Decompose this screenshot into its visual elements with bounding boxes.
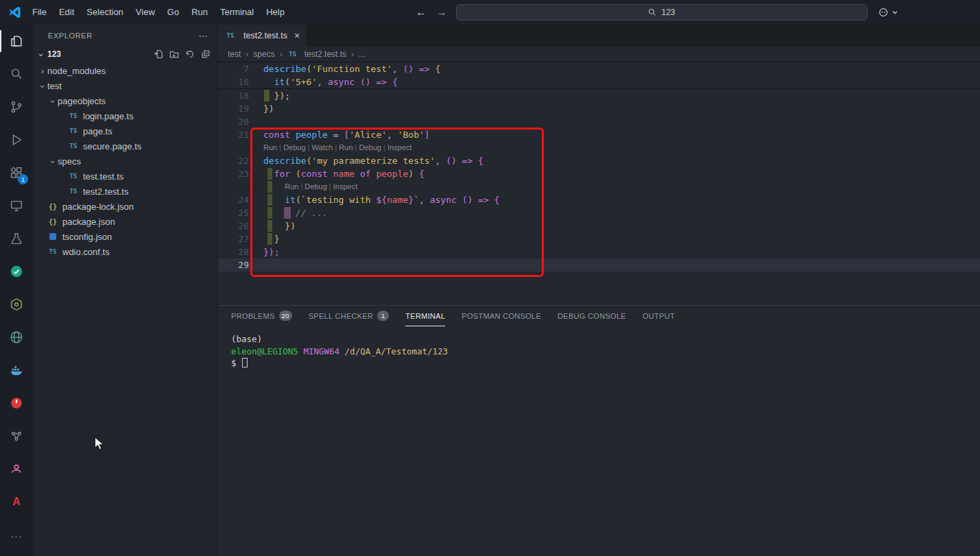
code-line[interactable]: 7describe('Function test', () => {: [218, 62, 980, 75]
menu-file[interactable]: File: [26, 0, 53, 25]
activity-angular-extension[interactable]: A: [0, 485, 33, 518]
tree-item-tsconfig-json[interactable]: tsconfig.json: [33, 229, 217, 244]
tree-item-secure-page-ts[interactable]: TSsecure.page.ts: [33, 138, 217, 154]
close-icon[interactable]: ×: [294, 30, 300, 41]
codelens-row[interactable]: Run | Debug | Inspect: [218, 180, 980, 193]
line-number[interactable]: 29: [218, 258, 263, 271]
codelens-row[interactable]: Run | Debug | Watch | Run | Debug | Insp…: [218, 141, 980, 154]
project-root-row[interactable]: › 123: [33, 47, 217, 62]
activity-molecule-extension[interactable]: [0, 420, 33, 452]
code-line[interactable]: 28});: [218, 245, 980, 258]
line-number[interactable]: 24: [218, 193, 263, 206]
new-folder-icon[interactable]: [169, 49, 179, 59]
code-line[interactable]: 27 }: [218, 232, 980, 245]
activity-extensions[interactable]: 1: [0, 156, 33, 189]
tree-item-login-page-ts[interactable]: TSlogin.page.ts: [33, 108, 217, 123]
breadcrumb-item--[interactable]: ...: [359, 49, 366, 59]
code-line[interactable]: 18 });: [218, 89, 980, 102]
code-line[interactable]: 23 for (const name of people) {: [218, 167, 980, 180]
line-number[interactable]: 25: [218, 206, 263, 219]
codelens-action-debug[interactable]: Debug: [283, 141, 305, 154]
code-line[interactable]: 16 it('5+6', async () => {: [218, 75, 980, 88]
tree-item-test-test-ts[interactable]: TStest.test.ts: [33, 169, 217, 184]
menu-run[interactable]: Run: [185, 0, 214, 25]
tree-item-package-json[interactable]: {}package.json: [33, 214, 217, 229]
line-number[interactable]: 19: [218, 102, 263, 115]
line-number[interactable]: 23: [218, 167, 263, 180]
panel-tab-output[interactable]: OUTPUT: [643, 306, 675, 326]
codelens-action-inspect[interactable]: Inspect: [333, 180, 357, 193]
menu-selection[interactable]: Selection: [80, 0, 129, 25]
panel-tab-problems[interactable]: PROBLEMS20: [231, 306, 292, 326]
command-center-search[interactable]: 123: [456, 4, 868, 21]
terminal-view[interactable]: (base)eleon@LEGION5 MINGW64 /d/QA_A/Test…: [218, 326, 980, 370]
line-number[interactable]: 20: [218, 115, 263, 128]
breadcrumb-item-test[interactable]: test: [228, 49, 241, 59]
activity-run-debug[interactable]: [0, 123, 33, 156]
editor-tab-test2-test-ts[interactable]: TS test2.test.ts ×: [218, 25, 307, 47]
code-line[interactable]: 21const people = ['Alice', 'Bob']: [218, 128, 980, 141]
activity-hexagon-extension[interactable]: [0, 288, 33, 321]
code-line[interactable]: 19}): [218, 102, 980, 115]
activity-more[interactable]: ···: [0, 518, 33, 551]
panel-tab-debug-console[interactable]: DEBUG CONSOLE: [558, 306, 626, 326]
activity-browser-extension[interactable]: [0, 321, 33, 354]
tree-item-test2-test-ts[interactable]: TStest2.test.ts: [33, 184, 217, 199]
line-number[interactable]: [218, 141, 263, 154]
codelens-action-run[interactable]: Run: [339, 141, 352, 154]
activity-explorer[interactable]: [0, 25, 33, 58]
tree-item-pageobjects[interactable]: ›pageobjects: [33, 93, 217, 108]
menu-go[interactable]: Go: [161, 0, 185, 25]
menu-edit[interactable]: Edit: [53, 0, 80, 25]
refresh-icon[interactable]: [185, 49, 195, 59]
line-number[interactable]: 26: [218, 219, 263, 232]
new-file-icon[interactable]: [154, 49, 163, 59]
breadcrumb-item-test2-test-ts[interactable]: TStest2.test.ts: [287, 49, 346, 59]
back-arrow-icon[interactable]: ←: [416, 6, 427, 19]
activity-red-extension[interactable]: [0, 387, 33, 420]
panel-tab-terminal[interactable]: TERMINAL: [405, 306, 445, 326]
tree-item-wdio-conf-ts[interactable]: TSwdio.conf.ts: [33, 244, 217, 259]
tree-item-test[interactable]: ›test: [33, 78, 217, 93]
activity-source-control[interactable]: [0, 90, 33, 123]
sidebar-more-icon[interactable]: ⋯: [198, 31, 208, 41]
codelens-action-run[interactable]: Run: [285, 180, 298, 193]
codelens-action-debug[interactable]: Debug: [304, 180, 326, 193]
line-number[interactable]: 27: [218, 232, 263, 245]
assistant-icon[interactable]: [878, 5, 898, 20]
tree-item-package-lock-json[interactable]: {}package-lock.json: [33, 199, 217, 214]
activity-pink-extension[interactable]: [0, 452, 33, 485]
codelens-action-watch[interactable]: Watch: [312, 141, 333, 154]
line-number[interactable]: 18: [218, 89, 263, 102]
menu-help[interactable]: Help: [260, 0, 291, 25]
line-number[interactable]: 21: [218, 128, 263, 141]
codelens-action-run[interactable]: Run: [263, 141, 277, 154]
tree-item-page-ts[interactable]: TSpage.ts: [33, 123, 217, 138]
code-line[interactable]: 24 it(`testing with ${name}`, async () =…: [218, 193, 980, 206]
line-number[interactable]: [218, 180, 263, 193]
line-number[interactable]: 28: [218, 245, 263, 258]
code-line[interactable]: 29: [218, 258, 980, 271]
line-number[interactable]: 22: [218, 154, 263, 167]
panel-tab-spell-checker[interactable]: SPELL CHECKER1: [309, 306, 390, 326]
tree-item-node-modules[interactable]: ›node_modules: [33, 63, 217, 78]
menu-view[interactable]: View: [130, 0, 161, 25]
collapse-all-icon[interactable]: [201, 49, 211, 59]
activity-testing[interactable]: [0, 222, 33, 255]
code-line[interactable]: 26 }): [218, 219, 980, 232]
line-number[interactable]: 16: [218, 75, 263, 88]
forward-arrow-icon[interactable]: →: [436, 6, 447, 19]
codelens-action-debug[interactable]: Debug: [359, 141, 381, 154]
activity-remote-explorer[interactable]: [0, 189, 33, 222]
activity-search[interactable]: [0, 58, 33, 90]
breadcrumb-item-specs[interactable]: specs: [253, 49, 274, 59]
tree-item-specs[interactable]: ›specs: [33, 154, 217, 169]
panel-tab-postman-console[interactable]: POSTMAN CONSOLE: [462, 306, 541, 326]
activity-check-extension[interactable]: [0, 255, 33, 288]
menu-terminal[interactable]: Terminal: [214, 0, 260, 25]
line-number[interactable]: 7: [218, 62, 263, 75]
code-line[interactable]: 22describe('my parameterize tests', () =…: [218, 154, 980, 167]
activity-docker[interactable]: [0, 354, 33, 387]
code-line[interactable]: 20: [218, 115, 980, 128]
code-line[interactable]: 25 // ...: [218, 206, 980, 219]
